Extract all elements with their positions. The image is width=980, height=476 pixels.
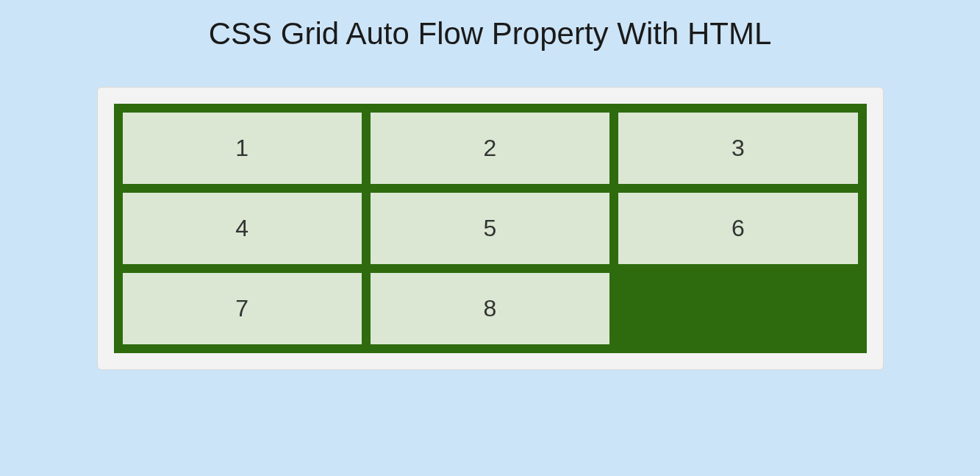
grid-item: 8: [371, 273, 609, 344]
grid-item: 4: [123, 193, 362, 264]
grid-item: 6: [618, 193, 857, 264]
page-title: CSS Grid Auto Flow Property With HTML: [0, 0, 980, 65]
grid-item: 7: [123, 273, 362, 344]
grid-container: 1 2 3 4 5 6 7 8: [114, 104, 867, 353]
grid-item: 5: [371, 193, 609, 264]
grid-item: 3: [618, 113, 857, 184]
grid-item: 1: [123, 113, 362, 184]
grid-item: 2: [371, 113, 609, 184]
grid-wrapper: 1 2 3 4 5 6 7 8: [97, 87, 884, 370]
